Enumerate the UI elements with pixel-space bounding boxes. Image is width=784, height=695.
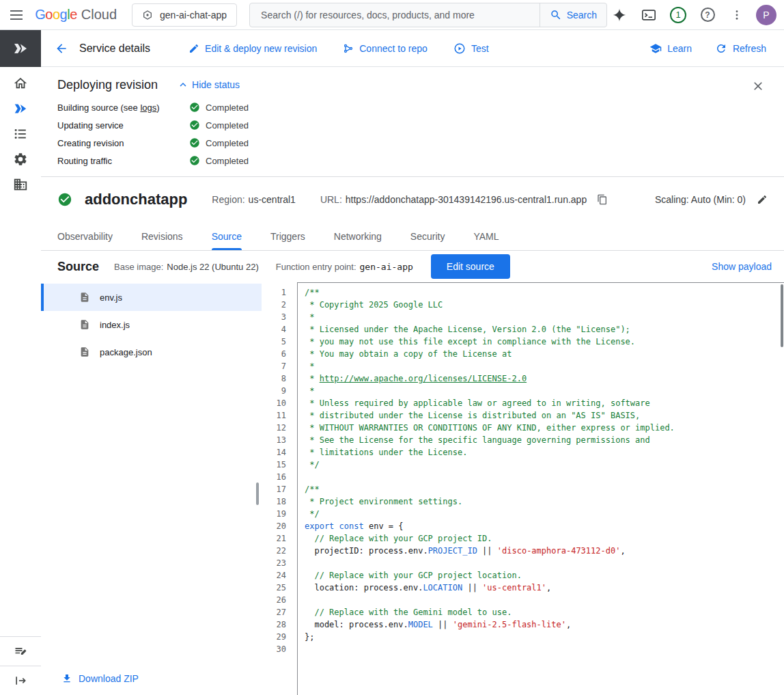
line-number: 27 xyxy=(262,606,286,618)
gemini-button[interactable] xyxy=(607,3,632,27)
tab-observability[interactable]: Observability xyxy=(57,222,113,250)
notifications-button[interactable]: 1 xyxy=(666,3,690,27)
doc-edit-icon xyxy=(14,644,27,658)
code-token: }; xyxy=(305,632,314,642)
menu-button[interactable] xyxy=(0,0,32,30)
base-image-label: Base image: xyxy=(114,262,163,272)
hide-status-label: Hide status xyxy=(192,79,240,90)
tab-revisions[interactable]: Revisions xyxy=(141,222,183,250)
line-number: 22 xyxy=(262,545,286,557)
line-number: 13 xyxy=(262,434,286,446)
learn-button[interactable]: Learn xyxy=(649,42,692,55)
refresh-icon xyxy=(715,42,727,55)
code-token: projectID: process.env. xyxy=(305,546,428,556)
code-line: // Replace with your GCP project locatio… xyxy=(305,569,784,582)
step-status: Completed xyxy=(189,137,249,148)
code-token: * xyxy=(305,386,314,396)
left-nav-bottom xyxy=(0,636,41,695)
search-input[interactable]: Search (/) for resources, docs, products… xyxy=(250,10,540,21)
file-icon xyxy=(79,292,90,303)
code-token: MODEL xyxy=(408,620,433,629)
tab-triggers[interactable]: Triggers xyxy=(270,222,305,250)
tab-yaml[interactable]: YAML xyxy=(473,222,499,250)
code-line: }; xyxy=(305,631,784,643)
tab-security[interactable]: Security xyxy=(410,222,445,250)
deploy-status-panel: Deploying revision Hide status Building … xyxy=(41,67,784,177)
building-icon xyxy=(13,177,28,192)
code-line: /** xyxy=(305,483,784,495)
close-icon xyxy=(751,79,765,93)
google-cloud-logo[interactable]: Google Cloud xyxy=(35,7,117,23)
cloud-run-product-tile[interactable] xyxy=(0,30,41,67)
test-button[interactable]: Test xyxy=(453,42,489,55)
line-number: 24 xyxy=(262,569,286,582)
cloud-shell-button[interactable] xyxy=(636,3,661,27)
close-deploy-panel-button[interactable] xyxy=(746,74,770,98)
chevron-up-icon xyxy=(177,79,189,91)
release-notes-button[interactable] xyxy=(0,636,41,666)
file-row-index-js[interactable]: index.js xyxy=(41,311,262,338)
edit-deploy-button[interactable]: Edit & deploy new revision xyxy=(188,43,317,54)
test-label: Test xyxy=(471,43,489,54)
back-button[interactable] xyxy=(49,36,74,61)
project-selector[interactable]: gen-ai-chat-app xyxy=(132,3,237,27)
code-line: * xyxy=(305,311,784,323)
line-number: 15 xyxy=(262,459,286,471)
avatar: P xyxy=(756,5,776,25)
logo-letter: o xyxy=(45,7,53,23)
nav-organization[interactable] xyxy=(5,176,36,193)
code-lines[interactable]: /** * Copyright 2025 Google LLC * * Lice… xyxy=(297,282,784,695)
code-token: || xyxy=(433,620,453,629)
deploy-head: Deploying revision Hide status xyxy=(57,77,768,93)
code-token: /** xyxy=(305,288,320,297)
logs-link[interactable]: logs xyxy=(140,103,156,113)
account-button[interactable]: P xyxy=(754,3,779,27)
logo-letter: G xyxy=(35,7,45,23)
nav-services[interactable] xyxy=(5,151,36,167)
code-line xyxy=(305,471,784,483)
download-zip-button[interactable]: Download ZIP xyxy=(61,673,139,684)
file-tree-scrollbar-thumb[interactable] xyxy=(256,482,259,505)
code-token: 'disco-amphora-473112-d0' xyxy=(497,546,621,556)
service-url: URL: https://addonchatapp-301439142196.u… xyxy=(320,194,608,205)
code-line: /** xyxy=(305,286,784,299)
source-section-title: Source xyxy=(57,260,99,274)
hide-status-button[interactable]: Hide status xyxy=(177,79,240,91)
code-token: * See the License for the specific langu… xyxy=(305,435,650,445)
line-number: 3 xyxy=(262,311,286,323)
line-number: 1 xyxy=(262,286,286,299)
line-number: 17 xyxy=(262,483,286,495)
file-row-package-json[interactable]: package.json xyxy=(41,338,262,366)
copy-url-button[interactable] xyxy=(597,194,608,205)
topbar-right-icons: 1 ? P xyxy=(607,3,779,27)
expand-panel-button[interactable] xyxy=(0,666,41,695)
tab-networking[interactable]: Networking xyxy=(334,222,382,250)
step-status: Completed xyxy=(189,120,249,131)
code-line: // Replace with your GCP project ID. xyxy=(305,532,784,545)
line-number: 5 xyxy=(262,336,286,348)
connect-repo-button[interactable]: Connect to repo xyxy=(343,43,428,54)
show-payload-link[interactable]: Show payload xyxy=(712,261,772,272)
nav-home[interactable] xyxy=(5,75,36,92)
code-scrollbar-thumb[interactable] xyxy=(781,284,783,347)
url-value[interactable]: https://addonchatapp-301439142196.us-cen… xyxy=(346,194,587,205)
more-options-button[interactable] xyxy=(725,3,749,27)
edit-source-button[interactable]: Edit source xyxy=(431,254,510,279)
help-icon: ? xyxy=(701,8,715,22)
help-button[interactable]: ? xyxy=(695,3,720,27)
tab-source[interactable]: Source xyxy=(212,222,242,250)
nav-list[interactable] xyxy=(5,126,36,142)
refresh-button[interactable]: Refresh xyxy=(715,42,766,55)
nav-cloud-run[interactable] xyxy=(5,100,36,117)
line-number: 21 xyxy=(262,532,286,545)
deploy-step-revision: Creating revision Completed xyxy=(57,134,768,152)
code-token: * Licensed under the Apache License, Ver… xyxy=(305,325,630,334)
step-status: Completed xyxy=(189,155,249,166)
search-button[interactable]: Search xyxy=(540,3,606,27)
list-icon xyxy=(13,126,28,141)
edit-scaling-button[interactable] xyxy=(757,194,768,205)
line-number: 19 xyxy=(262,508,286,520)
line-number: 6 xyxy=(262,348,286,360)
line-number: 14 xyxy=(262,446,286,459)
file-row-env-js[interactable]: env.js xyxy=(41,284,262,311)
